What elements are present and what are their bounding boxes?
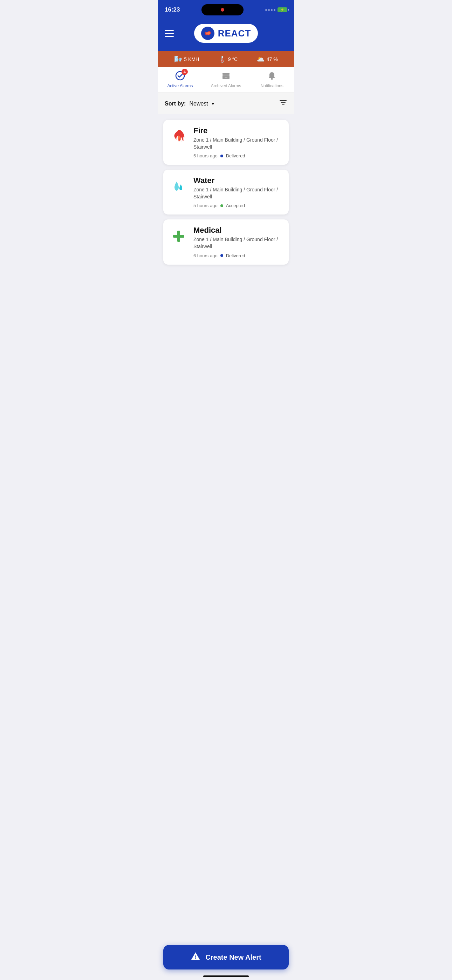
temp-icon: 🌡️ <box>218 56 226 63</box>
sort-bar: Sort by: Newest ▼ <box>158 93 294 114</box>
medical-alarm-content: Medical Zone 1 / Main Building / Ground … <box>193 226 282 258</box>
temp-value: 9 °C <box>228 56 237 62</box>
archived-alarms-icon <box>221 71 231 81</box>
logo-icon <box>201 27 215 40</box>
bell-icon <box>267 71 277 81</box>
fire-icon-wrap <box>170 127 188 146</box>
notifications-label: Notifications <box>260 83 283 88</box>
fire-alarm-content: Fire Zone 1 / Main Building / Ground Flo… <box>193 126 282 158</box>
water-alarm-time: 5 hours ago <box>193 203 218 208</box>
fire-icon <box>170 128 187 145</box>
alarms-list: Fire Zone 1 / Main Building / Ground Flo… <box>158 114 294 300</box>
battery-icon: ⚡ <box>277 7 287 12</box>
status-time: 16:23 <box>165 6 180 13</box>
wind-value: 5 KMH <box>184 56 199 62</box>
weather-bar: 🌬️ 5 KMH 🌡️ 9 °C 🌥️ 47 % <box>158 51 294 67</box>
medical-alarm-status: Delivered <box>226 253 245 258</box>
fire-status-dot <box>220 154 223 158</box>
svg-rect-2 <box>223 73 229 75</box>
humidity-item: 🌥️ 47 % <box>257 56 278 63</box>
filter-button[interactable] <box>279 99 287 109</box>
active-alarms-icon-wrap: 4 <box>175 71 185 82</box>
menu-button[interactable] <box>165 30 174 37</box>
medical-alarm-time: 6 hours ago <box>193 253 218 258</box>
status-bar: 16:23 ⚡ <box>158 0 294 18</box>
medical-status-dot <box>220 254 223 257</box>
temp-item: 🌡️ 9 °C <box>218 56 237 63</box>
dynamic-island <box>202 4 244 16</box>
medical-alarm-title: Medical <box>193 226 282 235</box>
water-alarm-title: Water <box>193 176 282 185</box>
water-icon-wrap <box>170 177 188 196</box>
dropdown-arrow-icon: ▼ <box>211 101 215 106</box>
camera-dot <box>221 8 224 11</box>
signal-icon <box>265 9 275 11</box>
sort-by-label: Sort by: <box>165 100 186 107</box>
alarm-card-water[interactable]: Water Zone 1 / Main Building / Ground Fl… <box>163 170 289 215</box>
status-right-icons: ⚡ <box>265 7 287 12</box>
header: REACT <box>158 18 294 51</box>
wind-icon: 🌬️ <box>174 56 182 63</box>
fire-alarm-title: Fire <box>193 126 282 135</box>
alarm-card-fire[interactable]: Fire Zone 1 / Main Building / Ground Flo… <box>163 120 289 165</box>
logo-text: REACT <box>218 28 251 39</box>
medical-icon <box>170 228 187 245</box>
cloud-icon: 🌥️ <box>257 56 264 63</box>
alert-triangle-icon: ! <box>191 951 201 963</box>
medical-alarm-meta: 6 hours ago Delivered <box>193 253 282 258</box>
archived-alarms-icon-wrap <box>221 71 231 82</box>
fire-alarm-time: 5 hours ago <box>193 153 218 158</box>
water-alarm-content: Water Zone 1 / Main Building / Ground Fl… <box>193 176 282 208</box>
tab-active-alarms[interactable]: 4 Active Alarms <box>166 71 194 88</box>
svg-point-5 <box>271 78 273 80</box>
sort-dropdown[interactable]: Newest ▼ <box>189 100 215 107</box>
alarm-card-medical[interactable]: Medical Zone 1 / Main Building / Ground … <box>163 220 289 264</box>
tab-notifications[interactable]: Notifications <box>258 71 286 88</box>
medical-icon-wrap <box>170 227 188 245</box>
wind-item: 🌬️ 5 KMH <box>174 56 199 63</box>
archived-alarms-label: Archived Alarms <box>211 83 242 88</box>
active-alarms-badge: 4 <box>181 69 188 75</box>
svg-rect-10 <box>173 235 184 238</box>
svg-text:!: ! <box>195 955 196 960</box>
water-icon <box>170 178 187 195</box>
medical-alarm-zone: Zone 1 / Main Building / Ground Floor / … <box>193 236 282 250</box>
create-alert-label: Create New Alert <box>205 953 261 961</box>
active-alarms-label: Active Alarms <box>167 83 193 88</box>
fire-alarm-status: Delivered <box>226 153 245 158</box>
notifications-icon-wrap <box>267 71 277 82</box>
tab-bar: 4 Active Alarms Archived Alarms Notifica… <box>158 67 294 93</box>
sort-value: Newest <box>189 100 208 107</box>
humidity-value: 47 % <box>267 56 278 62</box>
home-indicator <box>203 975 249 977</box>
water-alarm-meta: 5 hours ago Accepted <box>193 203 282 208</box>
tab-archived-alarms[interactable]: Archived Alarms <box>211 71 242 88</box>
fire-alarm-zone: Zone 1 / Main Building / Ground Floor / … <box>193 137 282 150</box>
water-status-dot <box>220 204 223 207</box>
water-alarm-status: Accepted <box>226 203 245 208</box>
fire-alarm-meta: 5 hours ago Delivered <box>193 153 282 158</box>
filter-icon <box>279 99 287 107</box>
create-new-alert-button[interactable]: ! Create New Alert <box>163 945 289 969</box>
water-alarm-zone: Zone 1 / Main Building / Ground Floor / … <box>193 186 282 200</box>
logo: REACT <box>194 24 258 43</box>
